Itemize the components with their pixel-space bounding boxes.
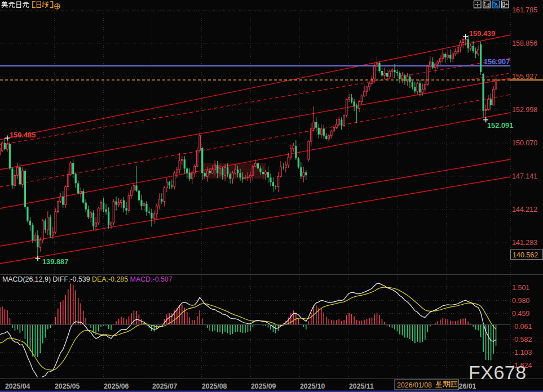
svg-text:2025/09: 2025/09 [251, 382, 276, 390]
svg-text:1.501: 1.501 [512, 284, 529, 292]
svg-text:2025/08: 2025/08 [202, 382, 227, 390]
svg-text:150.070: 150.070 [512, 139, 537, 147]
svg-text:158.856: 158.856 [512, 39, 537, 47]
svg-text:141.283: 141.283 [512, 239, 537, 247]
svg-text:0.980: 0.980 [512, 297, 529, 305]
svg-text:2025/10: 2025/10 [300, 382, 325, 390]
svg-text:2025/05: 2025/05 [55, 382, 80, 390]
svg-text:152.091: 152.091 [487, 121, 513, 130]
svg-text:155.927: 155.927 [512, 73, 537, 81]
svg-text:2025/06: 2025/06 [104, 382, 129, 390]
svg-text:150.485: 150.485 [10, 131, 36, 139]
svg-text:140.562: 140.562 [513, 251, 538, 259]
svg-text:2025/04: 2025/04 [5, 382, 30, 390]
svg-text:2025/11: 2025/11 [349, 382, 374, 390]
svg-text:152.998: 152.998 [512, 106, 537, 114]
svg-text:161.785: 161.785 [512, 6, 537, 14]
svg-text:0.459: 0.459 [512, 310, 529, 318]
svg-text:2025/07: 2025/07 [152, 382, 178, 390]
svg-text:144.212: 144.212 [512, 206, 537, 213]
svg-text:-0.582: -0.582 [512, 336, 532, 344]
svg-text:2026/01/08: 2026/01/08 [397, 381, 432, 389]
svg-text:147.141: 147.141 [512, 172, 537, 180]
svg-text:159.439: 159.439 [469, 29, 495, 38]
svg-text:139.887: 139.887 [42, 257, 68, 266]
svg-text:FX678: FX678 [469, 362, 527, 383]
svg-text:-0.061: -0.061 [512, 323, 532, 331]
svg-text:MACD(26,12,9) DIFF:-0.539 DEA:: MACD(26,12,9) DIFF:-0.539 DEA:-0.285 MAC… [2, 275, 173, 283]
svg-text:156.907: 156.907 [484, 57, 510, 66]
svg-text:-1.103: -1.103 [512, 349, 532, 357]
